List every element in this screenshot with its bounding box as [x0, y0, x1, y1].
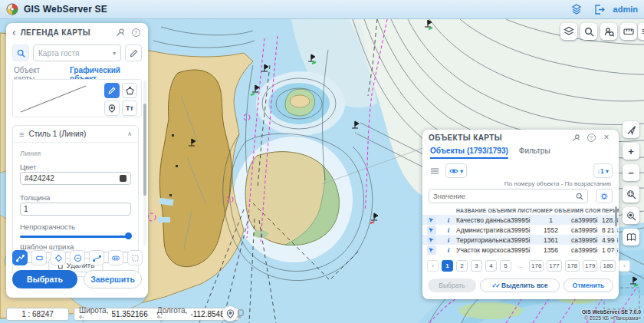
color-input[interactable]: #424242 [20, 172, 131, 185]
zoom-in-button[interactable]: + [623, 143, 639, 160]
locate-object-icon[interactable] [427, 236, 436, 245]
pin-panel-icon[interactable] [114, 26, 127, 38]
locate-object-icon[interactable] [427, 226, 436, 235]
table-row[interactable]: i Участок морског... ca39995i 1356 ca399… [422, 245, 619, 255]
polygon-tool-button[interactable] [122, 83, 137, 98]
page-prev-button[interactable]: ‹ [427, 260, 439, 272]
info-icon[interactable]: i [441, 216, 456, 224]
line-tool-button[interactable] [104, 83, 120, 98]
zoom-to-frame-button[interactable] [623, 186, 639, 203]
legend-search-icon[interactable] [12, 44, 29, 61]
back-icon[interactable]: ‹ [12, 28, 16, 37]
objects-panel-title: ОБЪЕКТЫ КАРТЫ [429, 133, 567, 142]
text-tool-button[interactable]: Тт [122, 101, 137, 116]
rhombus-tool-button[interactable] [51, 250, 66, 265]
locate-object-icon[interactable] [427, 246, 436, 255]
list-view-icon[interactable] [430, 164, 439, 178]
marker-tool-button[interactable] [104, 101, 120, 116]
legend-panel: ‹ ЛЕГЕНДА КАРТЫ ? Карта гостя ▾ Объект к… [6, 23, 148, 298]
table-row[interactable]: i Административ... ca39995i 1552 ca39995… [422, 225, 619, 235]
polyline-tool-button[interactable] [12, 250, 28, 265]
page-button[interactable]: 1 [442, 260, 453, 272]
info-icon[interactable]: i [441, 226, 456, 234]
objects-search-field[interactable] [429, 189, 588, 203]
col-number[interactable]: НОМЕР ОБЪЕКТА [533, 208, 571, 213]
table-row[interactable]: i Территориальны... ca39995i 1361 ca3999… [422, 235, 619, 245]
page-button[interactable]: 178 [565, 260, 580, 272]
help-icon[interactable]: ? [130, 26, 142, 38]
color-swatch[interactable] [120, 175, 127, 182]
tab-filters[interactable]: Фильтры [519, 147, 550, 159]
page-button[interactable]: 176 [529, 260, 544, 272]
page-button[interactable]: 3 [471, 260, 482, 272]
select-objects-button[interactable]: Выбрать [428, 279, 476, 292]
edit-nodes-tool-button[interactable] [108, 250, 123, 265]
select-all-button[interactable]: ✓✓ Выделить все [480, 279, 560, 292]
select-button[interactable]: Выбрать [12, 270, 77, 288]
atlas-button[interactable] [623, 229, 639, 246]
search-button[interactable] [580, 23, 597, 40]
page-button[interactable]: 5 [500, 260, 511, 272]
sort-button[interactable]: ↓1 ▾ [593, 163, 613, 178]
selection-frame-tool-button[interactable] [127, 250, 143, 265]
circle-tool-button[interactable] [70, 250, 85, 265]
page-button[interactable]: 179 [583, 260, 597, 272]
objects-table: НАЗВАНИЕ ОБЪЕКТА ИМЯ ЛИСТА НОМЕР ОБЪЕКТА… [422, 206, 619, 255]
edit-map-button[interactable] [125, 44, 142, 61]
width-input[interactable] [20, 203, 131, 216]
freeform-tool-button[interactable] [89, 250, 104, 265]
chevron-down-icon: ▾ [113, 50, 116, 57]
legend-scrollbar[interactable] [143, 81, 146, 246]
col-layer[interactable]: ИМЯ СЛОЯ [571, 208, 602, 213]
cell-sheet: ca39995i [504, 246, 533, 254]
tab-objects[interactable]: Объекты (1793/1793) [430, 147, 508, 159]
zoom-out-button[interactable]: − [623, 164, 639, 181]
objects-search-input[interactable] [433, 192, 576, 200]
page-button[interactable]: 4 [485, 260, 497, 272]
close-icon[interactable]: × [600, 131, 613, 143]
cell-layer: ca39995i [571, 216, 602, 224]
help-icon[interactable]: ? [585, 131, 597, 143]
finish-button[interactable]: Завершить [84, 270, 142, 288]
page-button[interactable]: 177 [547, 260, 561, 272]
pan-navigate-button[interactable] [623, 121, 639, 138]
menu-button[interactable]: ≡ [638, 23, 644, 40]
cell-number: 1356 [533, 246, 571, 254]
slider-knob[interactable] [125, 232, 132, 239]
page-button[interactable]: 2 [456, 260, 468, 272]
map-select[interactable]: Карта гостя ▾ [33, 44, 121, 61]
zoom-to-area-button[interactable] [623, 207, 639, 224]
page-next-button[interactable]: › [619, 260, 630, 272]
visibility-filter-button[interactable]: ▾ [445, 163, 467, 178]
coordinates-box[interactable]: Широта,°: 51.352166 Долгота,°: -112.8548… [74, 308, 239, 321]
gear-icon [600, 192, 609, 201]
rectangle-tool-button[interactable] [31, 250, 47, 265]
layers-button[interactable] [560, 23, 577, 40]
cancel-button[interactable]: Отменить [564, 279, 613, 292]
style-card-header[interactable]: ≡ Стиль 1 (Линия) ∧ [13, 126, 138, 143]
table-row[interactable]: i Качество данны... ca39995i 1 ca39995i … [422, 215, 619, 225]
collapse-icon[interactable]: ∧ [127, 130, 132, 137]
info-icon[interactable]: i [441, 236, 456, 244]
map-scale-box[interactable]: 1 : 68247 [6, 308, 69, 321]
cell-number: 1552 [533, 226, 571, 234]
width-label: Толщина [20, 193, 50, 202]
components-icon[interactable] [569, 2, 584, 16]
search-settings-button[interactable] [596, 189, 613, 203]
pin-panel-icon[interactable] [570, 131, 582, 143]
object-search-button[interactable] [600, 23, 617, 40]
drag-handle-icon[interactable]: ≡ [19, 130, 24, 139]
cell-number: 1361 [533, 236, 571, 244]
measure-button[interactable] [620, 23, 637, 40]
user-name[interactable]: admin [613, 5, 638, 14]
geolocation-button[interactable] [222, 306, 238, 321]
col-name[interactable]: НАЗВАНИЕ ОБЪЕКТА [456, 208, 504, 213]
locate-object-icon[interactable] [427, 216, 436, 225]
opacity-slider[interactable] [20, 232, 131, 239]
objects-panel-header: ОБЪЕКТЫ КАРТЫ ? × [422, 130, 619, 145]
page-button[interactable]: 180 [600, 260, 615, 272]
logout-icon[interactable] [592, 2, 607, 16]
info-icon[interactable]: i [441, 246, 456, 254]
table-scrollbar[interactable] [615, 206, 617, 254]
col-sheet[interactable]: ИМЯ ЛИСТА [504, 208, 533, 213]
